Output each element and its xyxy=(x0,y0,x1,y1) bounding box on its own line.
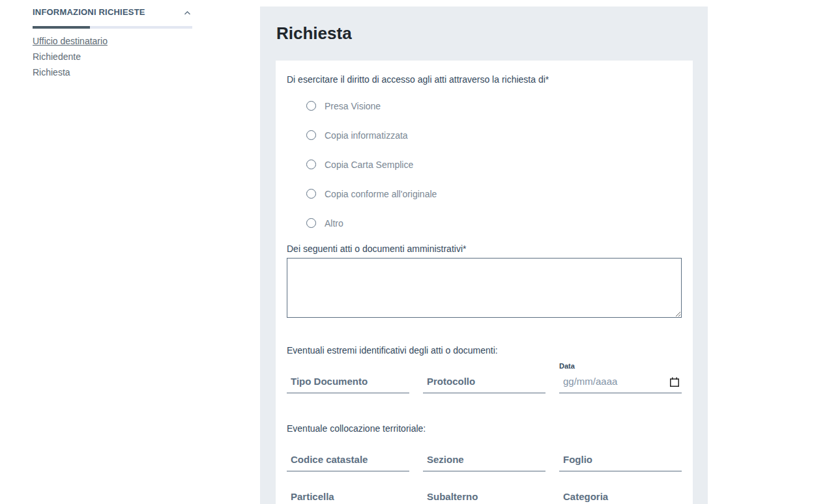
radio-unchecked-icon xyxy=(306,218,316,228)
tipo-documento-input[interactable] xyxy=(287,374,409,393)
radio-option-label: Copia informatizzata xyxy=(325,130,408,141)
radio-unchecked-icon xyxy=(306,189,316,199)
territorial-fields-row-2 xyxy=(287,489,682,504)
particella-input[interactable] xyxy=(287,489,409,504)
sidebar-accordion-header[interactable]: INFORMAZIONI RICHIESTE xyxy=(33,7,192,18)
subalterno-input[interactable] xyxy=(423,489,545,504)
radio-option-label: Presa Visione xyxy=(325,101,381,111)
calendar-icon[interactable] xyxy=(669,377,680,387)
identifier-fields-row: Data xyxy=(287,362,682,393)
radio-option-copia-carta-semplice[interactable]: Copia Carta Semplice xyxy=(287,150,682,179)
data-input[interactable] xyxy=(559,374,682,393)
access-question-label: Di esercitare il diritto di accesso agli… xyxy=(287,73,682,86)
chevron-up-icon[interactable] xyxy=(184,7,191,18)
categoria-field xyxy=(559,489,682,504)
progress-fill xyxy=(33,26,90,29)
tipo-documento-field xyxy=(287,374,409,393)
radio-option-label: Copia conforme all'originale xyxy=(325,189,437,199)
sidebar-title: INFORMAZIONI RICHIESTE xyxy=(33,7,145,18)
subalterno-field xyxy=(423,489,545,504)
territorial-label: Eventuale collocazione territoriale: xyxy=(287,422,682,435)
sezione-field xyxy=(423,452,545,471)
sidebar-item-richiesta[interactable]: Richiesta xyxy=(33,68,192,77)
data-field-label: Data xyxy=(559,362,682,370)
sidebar-item-ufficio-destinatario[interactable]: Ufficio destinatario xyxy=(33,36,192,46)
particella-field xyxy=(287,489,409,504)
radio-option-label: Copia Carta Semplice xyxy=(325,160,413,170)
radio-option-altro[interactable]: Altro xyxy=(287,208,682,238)
radio-option-presa-visione[interactable]: Presa Visione xyxy=(287,91,682,120)
documents-textarea[interactable] xyxy=(287,258,682,318)
sidebar: INFORMAZIONI RICHIESTE Ufficio destinata… xyxy=(33,7,192,83)
sidebar-nav: Ufficio destinatario Richiedente Richies… xyxy=(33,36,192,77)
progress-bar xyxy=(33,26,192,29)
categoria-input[interactable] xyxy=(559,489,682,504)
form-card: Di esercitare il diritto di accesso agli… xyxy=(276,61,693,504)
codice-catastale-input[interactable] xyxy=(287,452,409,471)
territorial-fields-row-1 xyxy=(287,452,682,471)
radio-option-copia-informatizzata[interactable]: Copia informatizzata xyxy=(287,120,682,150)
access-type-radio-group: Presa Visione Copia informatizzata Copia… xyxy=(287,91,682,238)
sezione-input[interactable] xyxy=(423,452,545,471)
radio-unchecked-icon xyxy=(306,101,316,111)
page-title: Richiesta xyxy=(276,23,693,43)
radio-option-label: Altro xyxy=(325,218,343,229)
documents-label: Dei seguenti atti o documenti amministra… xyxy=(287,242,682,255)
foglio-input[interactable] xyxy=(559,452,682,471)
identifiers-label: Eventuali estremi identificativi degli a… xyxy=(287,344,682,357)
foglio-field xyxy=(559,452,682,471)
radio-unchecked-icon xyxy=(306,160,316,169)
protocollo-input[interactable] xyxy=(423,374,545,393)
main-panel: Richiesta Di esercitare il diritto di ac… xyxy=(260,7,708,504)
sidebar-item-richiedente[interactable]: Richiedente xyxy=(33,52,192,62)
codice-catastale-field xyxy=(287,452,409,471)
radio-unchecked-icon xyxy=(306,130,316,140)
radio-option-copia-conforme[interactable]: Copia conforme all'originale xyxy=(287,179,682,208)
protocollo-field xyxy=(423,374,545,393)
data-field: Data xyxy=(559,362,682,393)
